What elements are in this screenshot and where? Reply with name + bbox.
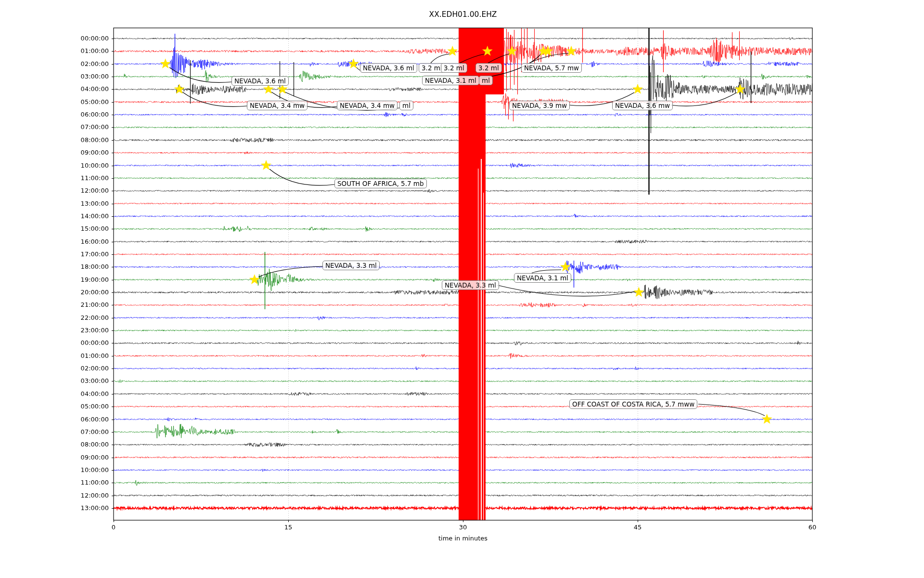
y-tick-label: 15:00:00	[48, 225, 109, 232]
y-tick-label: 11:00:00	[48, 479, 109, 486]
y-tick-label: 18:00:00	[48, 263, 109, 270]
y-tick-label: 01:00:00	[48, 352, 109, 359]
event-annotation: NEVADA, 3.6 ml	[231, 76, 289, 86]
x-tick-label: 45	[623, 524, 652, 531]
event-annotation: NEVADA, 3.3 ml	[322, 261, 380, 270]
y-tick-label: 09:00:00	[48, 454, 109, 461]
y-tick-label: 11:00:00	[48, 174, 109, 182]
figure-title: XX.EDH01.00.EHZ	[367, 10, 559, 19]
event-annotation: NEVADA, 3.1 ml	[422, 76, 479, 85]
event-annotation: NEVADA, 3.1 ml	[514, 273, 571, 283]
y-tick-label: 12:00:00	[48, 187, 109, 194]
y-tick-label: 07:00:00	[48, 123, 109, 131]
y-tick-label: 02:00:00	[48, 60, 109, 67]
y-tick-label: 06:00:00	[48, 416, 109, 423]
event-annotation: NEVADA, 5.7 mw	[521, 63, 582, 73]
y-tick-label: 04:00:00	[48, 85, 109, 92]
y-tick-label: 22:00:00	[48, 314, 109, 321]
x-tick-label: 0	[99, 524, 128, 531]
event-annotation: NEVADA, 3.4 mw	[337, 101, 398, 110]
event-annotation: ml	[479, 76, 493, 85]
y-tick-label: 17:00:00	[48, 250, 109, 258]
event-annotation: OFF COAST OF COSTA RICA, 5.7 mww	[569, 399, 697, 409]
y-tick-label: 13:00:00	[48, 200, 109, 207]
y-tick-label: 16:00:00	[48, 238, 109, 245]
y-tick-label: 03:00:00	[48, 377, 109, 384]
y-tick-label: 20:00:00	[48, 289, 109, 296]
event-annotation: NEVADA, 3.4 mw	[247, 101, 308, 110]
event-annotation: NEVADA, 3.6 mw	[612, 101, 673, 110]
y-tick-label: 05:00:00	[48, 98, 109, 105]
event-annotation: 3.2 ml	[441, 63, 467, 73]
y-tick-label: 14:00:00	[48, 212, 109, 220]
y-tick-label: 03:00:00	[48, 73, 109, 80]
y-tick-label: 05:00:00	[48, 403, 109, 410]
y-tick-label: 07:00:00	[48, 428, 109, 435]
x-axis-label: time in minutes	[367, 535, 559, 542]
y-tick-label: 10:00:00	[48, 162, 109, 169]
event-annotation: SOUTH OF AFRICA, 5.7 mb	[334, 179, 427, 188]
event-annotation: NEVADA, 3.6 ml	[360, 63, 417, 73]
y-tick-label: 04:00:00	[48, 390, 109, 397]
event-annotation: NEVADA, 3.9 mw	[509, 101, 570, 110]
event-annotation: NEVADA, 3.3 ml	[442, 280, 499, 290]
x-tick-label: 15	[274, 524, 303, 531]
y-tick-label: 23:00:00	[48, 327, 109, 334]
y-tick-label: 02:00:00	[48, 365, 109, 372]
event-annotation: 3.2 ml	[475, 63, 502, 73]
y-tick-label: 06:00:00	[48, 111, 109, 118]
y-tick-label: 10:00:00	[48, 466, 109, 473]
y-tick-label: 00:00:00	[48, 35, 109, 42]
y-tick-label: 01:00:00	[48, 47, 109, 54]
y-tick-label: 13:00:00	[48, 504, 109, 512]
y-tick-label: 09:00:00	[48, 149, 109, 156]
y-tick-label: 21:00:00	[48, 301, 109, 308]
y-tick-label: 08:00:00	[48, 441, 109, 448]
helicorder-figure: XX.EDH01.00.EHZ time in minutes 00:00:00…	[0, 0, 924, 578]
y-tick-label: 08:00:00	[48, 136, 109, 144]
event-annotation: ml	[399, 101, 413, 110]
y-tick-label: 12:00:00	[48, 492, 109, 499]
y-tick-label: 19:00:00	[48, 276, 109, 283]
x-tick-label: 30	[449, 524, 477, 531]
y-tick-label: 00:00:00	[48, 339, 109, 346]
x-tick-label: 60	[798, 524, 827, 531]
